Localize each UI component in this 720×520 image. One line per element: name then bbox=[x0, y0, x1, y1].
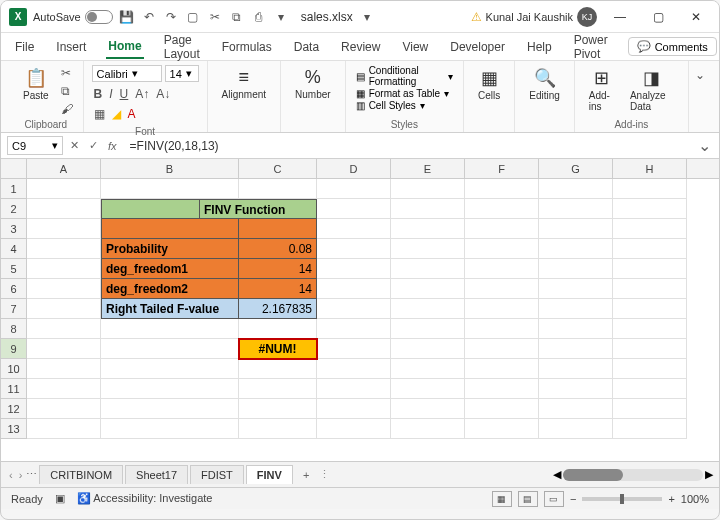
border-icon[interactable]: ▦ bbox=[92, 106, 107, 122]
decrease-font-icon[interactable]: A↓ bbox=[154, 86, 172, 102]
tab-help[interactable]: Help bbox=[525, 36, 554, 58]
conditional-formatting-button[interactable]: ▤Conditional Formatting▾ bbox=[354, 65, 455, 87]
cell-B5[interactable]: deg_freedom1 bbox=[101, 259, 239, 279]
sheet-list-icon[interactable]: ⋯ bbox=[26, 468, 37, 481]
enter-formula-icon[interactable]: ✓ bbox=[86, 139, 101, 152]
italic-button[interactable]: I bbox=[107, 86, 114, 102]
tab-review[interactable]: Review bbox=[339, 36, 382, 58]
comments-button[interactable]: 💬 Comments bbox=[628, 37, 717, 56]
filename-dropdown-icon[interactable]: ▾ bbox=[359, 9, 375, 25]
row-5[interactable]: 5 bbox=[1, 259, 27, 279]
cell-B7[interactable]: Right Tailed F-value bbox=[101, 299, 239, 319]
tab-page-layout[interactable]: Page Layout bbox=[162, 29, 202, 65]
col-E[interactable]: E bbox=[391, 159, 465, 178]
format-as-table-button[interactable]: ▦Format as Table▾ bbox=[354, 88, 455, 99]
tab-data[interactable]: Data bbox=[292, 36, 321, 58]
tab-insert[interactable]: Insert bbox=[54, 36, 88, 58]
new-icon[interactable]: ▢ bbox=[185, 9, 201, 25]
row-11[interactable]: 11 bbox=[1, 379, 27, 399]
cell-C5[interactable]: 14 bbox=[239, 259, 317, 279]
cancel-formula-icon[interactable]: ✕ bbox=[67, 139, 82, 152]
cells-button[interactable]: ▦Cells bbox=[472, 65, 506, 103]
cell-styles-button[interactable]: ▥Cell Styles▾ bbox=[354, 100, 455, 111]
save-icon[interactable]: 💾 bbox=[119, 9, 135, 25]
underline-button[interactable]: U bbox=[118, 86, 131, 102]
row-2[interactable]: 2 bbox=[1, 199, 27, 219]
zoom-in-icon[interactable]: + bbox=[668, 493, 674, 505]
macro-record-icon[interactable]: ▣ bbox=[55, 492, 65, 505]
user-account[interactable]: ⚠ Kunal Jai Kaushik KJ bbox=[471, 7, 597, 27]
sheet-nav-next-icon[interactable]: › bbox=[17, 469, 25, 481]
expand-formula-bar-icon[interactable]: ⌄ bbox=[695, 136, 713, 155]
toggle-off-icon[interactable] bbox=[85, 10, 113, 24]
row-7[interactable]: 7 bbox=[1, 299, 27, 319]
row-3[interactable]: 3 bbox=[1, 219, 27, 239]
paste-button[interactable]: 📋 Paste bbox=[17, 65, 55, 103]
sheet-tab-fdist[interactable]: FDIST bbox=[190, 465, 244, 484]
worksheet-grid[interactable]: A B C D E F G H 1 2FINV Function 3 4Prob… bbox=[1, 159, 719, 461]
tab-file[interactable]: File bbox=[13, 36, 36, 58]
row-9[interactable]: 9 bbox=[1, 339, 27, 359]
accessibility-status[interactable]: ♿ Accessibility: Investigate bbox=[77, 492, 213, 505]
print-icon[interactable]: ⎙ bbox=[251, 9, 267, 25]
copy-icon[interactable]: ⧉ bbox=[59, 83, 75, 99]
normal-view-icon[interactable]: ▦ bbox=[492, 491, 512, 507]
format-painter-icon[interactable]: 🖌 bbox=[59, 101, 75, 117]
page-layout-view-icon[interactable]: ▤ bbox=[518, 491, 538, 507]
font-name-select[interactable]: Calibri▾ bbox=[92, 65, 162, 82]
cut-icon[interactable]: ✂ bbox=[59, 65, 75, 81]
scroll-right-icon[interactable]: ▶ bbox=[705, 468, 713, 481]
col-G[interactable]: G bbox=[539, 159, 613, 178]
copy-icon[interactable]: ⧉ bbox=[229, 9, 245, 25]
row-1[interactable]: 1 bbox=[1, 179, 27, 199]
tab-power-pivot[interactable]: Power Pivot bbox=[572, 29, 610, 65]
undo-icon[interactable]: ↶ bbox=[141, 9, 157, 25]
editing-button[interactable]: 🔍Editing bbox=[523, 65, 566, 103]
col-C[interactable]: C bbox=[239, 159, 317, 178]
fill-color-icon[interactable]: ◢ bbox=[110, 106, 123, 122]
font-color-icon[interactable]: A bbox=[126, 106, 138, 122]
bold-button[interactable]: B bbox=[92, 86, 105, 102]
cell-B4[interactable]: Probability bbox=[101, 239, 239, 259]
cell-C9-selected[interactable]: ⚠#NUM! bbox=[239, 339, 317, 359]
tab-view[interactable]: View bbox=[400, 36, 430, 58]
row-12[interactable]: 12 bbox=[1, 399, 27, 419]
font-size-select[interactable]: 14▾ bbox=[165, 65, 199, 82]
name-box[interactable]: C9▾ bbox=[7, 136, 63, 155]
tab-home[interactable]: Home bbox=[106, 35, 143, 59]
minimize-button[interactable]: — bbox=[605, 5, 635, 29]
row-13[interactable]: 13 bbox=[1, 419, 27, 439]
col-F[interactable]: F bbox=[465, 159, 539, 178]
cell-C4[interactable]: 0.08 bbox=[239, 239, 317, 259]
select-all-corner[interactable] bbox=[1, 159, 27, 178]
scrollbar-thumb[interactable] bbox=[563, 469, 623, 481]
row-6[interactable]: 6 bbox=[1, 279, 27, 299]
excel-app-icon[interactable]: X bbox=[9, 8, 27, 26]
cell-B6[interactable]: deg_freedom2 bbox=[101, 279, 239, 299]
close-button[interactable]: ✕ bbox=[681, 5, 711, 29]
row-4[interactable]: 4 bbox=[1, 239, 27, 259]
zoom-out-icon[interactable]: − bbox=[570, 493, 576, 505]
analyze-data-button[interactable]: ◨Analyze Data bbox=[624, 65, 680, 114]
row-10[interactable]: 10 bbox=[1, 359, 27, 379]
sheet-tab-sheet17[interactable]: Sheet17 bbox=[125, 465, 188, 484]
horizontal-scroll[interactable]: ◀ ▶ bbox=[553, 468, 713, 481]
cell-C7[interactable]: 2.167835 bbox=[239, 299, 317, 319]
sheet-nav-prev-icon[interactable]: ‹ bbox=[7, 469, 15, 481]
addins-button[interactable]: ⊞Add-ins bbox=[583, 65, 620, 114]
formula-input[interactable]: =FINV(20,18,13) bbox=[124, 139, 691, 153]
zoom-level[interactable]: 100% bbox=[681, 493, 709, 505]
number-button[interactable]: % Number bbox=[289, 65, 337, 102]
increase-font-icon[interactable]: A↑ bbox=[133, 86, 151, 102]
sheet-tab-finv[interactable]: FINV bbox=[246, 465, 293, 484]
autosave-toggle[interactable]: AutoSave bbox=[33, 10, 113, 24]
cell-C6[interactable]: 14 bbox=[239, 279, 317, 299]
cut-icon[interactable]: ✂ bbox=[207, 9, 223, 25]
collapse-ribbon-icon[interactable]: ⌄ bbox=[693, 67, 707, 83]
tab-formulas[interactable]: Formulas bbox=[220, 36, 274, 58]
maximize-button[interactable]: ▢ bbox=[643, 5, 673, 29]
col-A[interactable]: A bbox=[27, 159, 101, 178]
page-break-view-icon[interactable]: ▭ bbox=[544, 491, 564, 507]
table-title-span[interactable]: FINV Function bbox=[199, 199, 317, 219]
qat-more-icon[interactable]: ▾ bbox=[273, 9, 289, 25]
